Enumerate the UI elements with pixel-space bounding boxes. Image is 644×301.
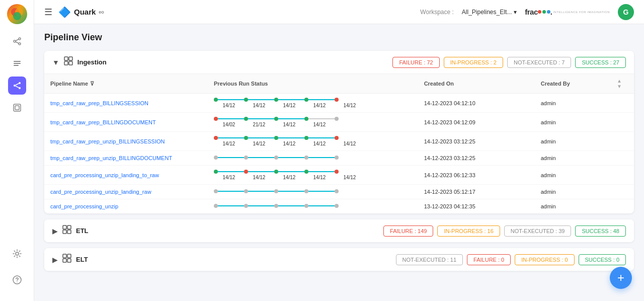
etl-icon [62, 224, 72, 237]
th-previous-run: Previous Run Status [208, 74, 418, 94]
svg-line-6 [16, 39, 19, 41]
pipeline-status-cell: 14/1214/1214/1214/1214/12 [208, 132, 418, 151]
pipeline-sort-cell [605, 151, 634, 166]
svg-line-14 [16, 84, 19, 85]
svg-point-2 [13, 12, 21, 20]
svg-line-7 [16, 42, 19, 43]
sidebar-item-settings[interactable] [8, 245, 26, 263]
pipeline-sort-cell [605, 166, 634, 185]
ingestion-table: Pipeline Name ⊽ Previous Run Status Crea… [44, 74, 634, 213]
svg-rect-28 [67, 230, 71, 234]
etl-success-badge: SUCCESS : 48 [575, 225, 626, 237]
pipeline-name-cell: tmp_card_raw_prep_unzip_BILLINGSESSION [44, 132, 208, 151]
elt-notexecuted-badge: NOT-EXECUTED : 11 [396, 254, 463, 265]
svg-point-13 [19, 87, 21, 89]
sidebar-item-share[interactable] [8, 77, 26, 95]
pipeline-name-cell: tmp_card_raw_prep_unzip_BILLINGDOCUMENT [44, 151, 208, 166]
table-row: tmp_card_raw_prep_BILLINGDOCUMENT14/0221… [44, 113, 634, 132]
pipeline-created-on-cell: 14-12-2023 03:12:25 [418, 151, 535, 166]
svg-point-5 [19, 43, 21, 45]
ingestion-expand-btn[interactable]: ▼ [52, 58, 59, 66]
chevron-down-icon: ▾ [514, 9, 517, 16]
pipeline-name-filter-icon[interactable]: ⊽ [90, 81, 94, 87]
svg-point-20 [17, 281, 18, 282]
elt-inprogress-badge: IN-PROGRESS : 0 [515, 254, 574, 265]
pipeline-name-cell: card_pre_processing_unzip [44, 199, 208, 214]
pipeline-created-on-cell: 13-12-2023 04:12:35 [418, 199, 535, 214]
elt-expand-btn[interactable]: ▶ [52, 256, 58, 264]
ingestion-inprogress-badge: IN-PROGRESS : 2 [444, 57, 503, 68]
etl-notexecuted-badge: NOT-EXECUTED : 39 [504, 225, 572, 237]
pipeline-status-cell [208, 185, 418, 199]
sort-up-icon[interactable]: ▲ [617, 78, 622, 84]
sort-down-icon[interactable]: ▼ [617, 84, 622, 89]
svg-rect-24 [69, 61, 72, 65]
main-content: Pipeline View ▼ Ingestion FAILURE : 72 I… [34, 24, 644, 301]
ingestion-table-container: Pipeline Name ⊽ Previous Run Status Crea… [44, 74, 634, 213]
ingestion-group-header: ▼ Ingestion FAILURE : 72 IN-PROGRESS : 2… [44, 51, 634, 74]
table-row: card_pre_processing_unzip13-12-2023 04:1… [44, 199, 634, 214]
elt-group-header: ▶ ELT NOT-EXECUTED : 11 FAILURE : 0 IN-P… [44, 248, 634, 271]
pipeline-name-cell: tmp_card_raw_prep_BILLINGDOCUMENT [44, 113, 208, 132]
pipeline-created-on-cell: 14-12-2023 06:12:33 [418, 166, 535, 185]
user-avatar[interactable]: G [618, 4, 634, 20]
etl-expand-btn[interactable]: ▶ [52, 227, 58, 235]
add-button[interactable]: + [610, 267, 632, 289]
th-created-by: Created By [535, 74, 605, 94]
etl-badges: FAILURE : 149 IN-PROGRESS : 16 NOT-EXECU… [383, 225, 626, 237]
svg-rect-22 [69, 57, 72, 60]
pipeline-created-by-cell: admin [535, 113, 605, 132]
pipeline-status-cell: 14/1214/1214/1214/1214/12 [208, 166, 418, 185]
svg-rect-25 [63, 225, 66, 229]
pipeline-name-cell: card_pre_processing_unzip_landing_to_raw [44, 166, 208, 185]
ingestion-icon [63, 56, 73, 68]
svg-line-15 [16, 86, 19, 88]
brand: 🔷 Quark eo [58, 6, 104, 18]
brand-super: eo [99, 10, 104, 15]
etl-failure-badge: FAILURE : 149 [383, 225, 433, 237]
topbar-right: Workspace : All_Pipelines_Elt... ▾ frac … [420, 4, 634, 20]
pipeline-created-on-cell: 14-12-2023 05:12:17 [418, 185, 535, 199]
etl-group: ▶ ETL FAILURE : 149 IN-PROGRESS : 16 NOT… [44, 219, 634, 242]
fractal-subtitle: INTELLIGENCE FOR IMAGINATION [553, 11, 610, 14]
th-pipeline-name: Pipeline Name ⊽ [44, 74, 208, 94]
svg-point-4 [19, 38, 21, 40]
svg-rect-10 [14, 65, 19, 66]
sidebar-item-help[interactable] [8, 271, 26, 289]
workspace-label: Workspace : [420, 9, 453, 16]
pipeline-name-cell: tmp_card_raw_prep_BILLINGSESSION [44, 94, 208, 113]
brand-name: Quark [74, 8, 96, 16]
table-row: tmp_card_raw_prep_unzip_BILLINGSESSION14… [44, 132, 634, 151]
app-logo[interactable] [7, 4, 27, 24]
ingestion-badges: FAILURE : 72 IN-PROGRESS : 2 NOT-EXECUTE… [392, 57, 626, 68]
brand-icon: 🔷 [58, 6, 71, 18]
svg-rect-8 [14, 61, 21, 62]
ingestion-group: ▼ Ingestion FAILURE : 72 IN-PROGRESS : 2… [44, 51, 634, 213]
table-row: tmp_card_raw_prep_unzip_BILLINGDOCUMENT1… [44, 151, 634, 166]
sidebar-item-layers[interactable] [8, 99, 26, 117]
elt-group: ▶ ELT NOT-EXECUTED : 11 FAILURE : 0 IN-P… [44, 248, 634, 271]
pipeline-created-on-cell: 14-12-2023 04:12:09 [418, 113, 535, 132]
svg-point-3 [14, 40, 16, 42]
table-row: card_pre_processing_unzip_landing_to_raw… [44, 166, 634, 185]
elt-icon [62, 253, 72, 266]
etl-name: ETL [76, 227, 383, 235]
pipeline-created-by-cell: admin [535, 151, 605, 166]
pipeline-name-cell: card_pre_processing_unzip_landing_raw [44, 185, 208, 199]
workspace-selector[interactable]: All_Pipelines_Elt... ▾ [462, 9, 517, 16]
sidebar-item-list[interactable] [8, 54, 26, 72]
svg-rect-17 [15, 106, 19, 110]
pipeline-created-by-cell: admin [535, 94, 605, 113]
fractal-logo: frac . INTELLIGENCE FOR IMAGINATION [525, 5, 610, 19]
svg-rect-29 [63, 254, 66, 258]
svg-point-12 [14, 85, 16, 87]
elt-badges: NOT-EXECUTED : 11 FAILURE : 0 IN-PROGRES… [396, 254, 626, 265]
hamburger-menu[interactable]: ☰ [44, 7, 52, 18]
ingestion-success-badge: SUCCESS : 27 [575, 57, 626, 68]
svg-rect-16 [14, 104, 21, 111]
pipeline-created-by-cell: admin [535, 166, 605, 185]
svg-rect-23 [64, 61, 68, 65]
pipeline-created-by-cell: admin [535, 132, 605, 151]
pipeline-status-cell: 14/1214/1214/1214/1214/12 [208, 94, 418, 113]
sidebar-item-graph[interactable] [8, 32, 26, 50]
